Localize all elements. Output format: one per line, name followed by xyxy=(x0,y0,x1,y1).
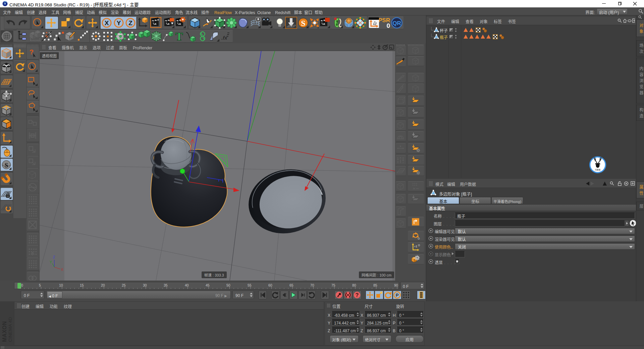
svg-text:.fx: .fx xyxy=(221,35,227,41)
svg-text:QR: QR xyxy=(392,20,401,27)
svg-text:Z: Z xyxy=(128,19,132,27)
svg-text:T: T xyxy=(175,30,183,42)
svg-text:S: S xyxy=(5,162,8,169)
svg-text:0: 0 xyxy=(386,22,390,29)
svg-text:S: S xyxy=(301,19,305,28)
svg-text:?: ? xyxy=(356,292,359,298)
svg-text:P: P xyxy=(396,293,399,298)
svg-text:X: X xyxy=(105,19,109,27)
svg-text:=1: =1 xyxy=(414,245,417,248)
svg-text:行愿者: 行愿者 xyxy=(595,168,601,171)
svg-text:Y: Y xyxy=(117,19,121,27)
svg-text:?: ? xyxy=(30,48,34,56)
